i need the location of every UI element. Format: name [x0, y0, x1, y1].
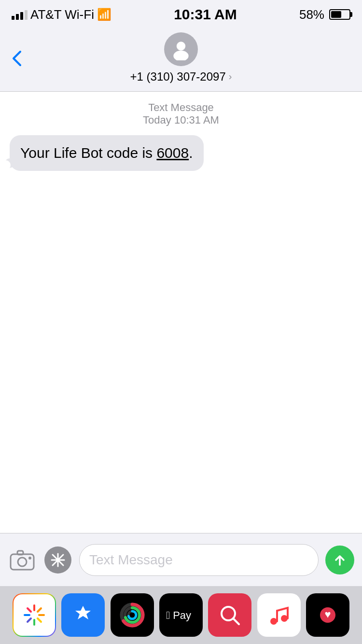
svg-point-5 [28, 557, 31, 560]
message-row: Your Life Bot code is 6008. [10, 135, 352, 171]
dark-app-icon: ♥ [315, 602, 341, 628]
dock-browser[interactable] [208, 593, 251, 637]
message-text-after: . [189, 145, 193, 161]
dock-applepay[interactable]:  Pay [159, 593, 203, 637]
dock-activity[interactable] [111, 593, 154, 637]
camera-icon [10, 549, 35, 571]
dock-photos[interactable] [13, 593, 56, 637]
appstore-dock-icon [70, 602, 96, 628]
dock-music[interactable] [257, 593, 301, 637]
svg-point-0 [177, 42, 185, 50]
message-type-label: Text Message [148, 101, 214, 113]
photos-icon [21, 602, 47, 628]
messages-area: Text Message Today 10:31 AM Your Life Bo… [0, 92, 362, 560]
message-date-label: Today 10:31 AM [143, 114, 219, 126]
svg-line-12 [38, 608, 41, 612]
svg-point-23 [270, 618, 277, 625]
browser-icon [217, 602, 243, 628]
battery-percent: 58% [299, 7, 324, 22]
svg-line-10 [28, 608, 31, 612]
input-placeholder: Text Message [89, 552, 173, 568]
appstore-button[interactable] [43, 546, 72, 574]
status-right: 58% [299, 7, 350, 22]
avatar-icon [170, 38, 192, 60]
appstore-circle-icon [44, 546, 71, 574]
svg-point-1 [173, 50, 188, 60]
wifi-icon: 📶 [97, 8, 111, 21]
svg-line-11 [38, 618, 41, 622]
svg-text:♥: ♥ [325, 608, 331, 620]
contact-number[interactable]: +1 (310) 307-2097 › [130, 70, 232, 84]
send-button[interactable] [325, 546, 354, 574]
message-code: 6008 [156, 145, 189, 161]
message-bubble: Your Life Bot code is 6008. [10, 135, 204, 171]
status-bar: AT&T Wi-Fi 📶 10:31 AM 58% [0, 0, 362, 29]
back-button[interactable] [12, 50, 22, 71]
nav-header: +1 (310) 307-2097 › [0, 29, 362, 92]
camera-button[interactable] [8, 546, 37, 574]
svg-line-22 [233, 618, 239, 624]
svg-rect-4 [17, 551, 23, 555]
status-left: AT&T Wi-Fi 📶 [12, 7, 111, 22]
svg-rect-2 [11, 554, 34, 570]
text-message-input[interactable]: Text Message [79, 544, 319, 576]
svg-line-13 [28, 618, 31, 622]
svg-point-3 [18, 558, 27, 566]
applepay-icon:  Pay [164, 606, 198, 624]
dock:  Pay ♥ [0, 586, 362, 644]
dock-appstore[interactable] [61, 593, 105, 637]
svg-text: Pay:  Pay [166, 609, 191, 621]
chevron-right-icon: › [229, 71, 232, 82]
message-timestamp: Text Message Today 10:31 AM [10, 101, 352, 126]
contact-avatar [164, 32, 198, 66]
message-text-before: Your Life Bot code is [20, 145, 156, 161]
dock-dark-app[interactable]: ♥ [306, 593, 349, 637]
activity-icon [118, 601, 147, 630]
svg-point-24 [281, 615, 288, 622]
send-icon [332, 552, 348, 568]
music-icon [266, 602, 292, 628]
input-toolbar: Text Message [0, 533, 362, 586]
carrier-label: AT&T Wi-Fi [30, 7, 94, 22]
battery-icon [329, 9, 350, 20]
time-label: 10:31 AM [174, 6, 237, 23]
signal-icon [12, 9, 28, 20]
